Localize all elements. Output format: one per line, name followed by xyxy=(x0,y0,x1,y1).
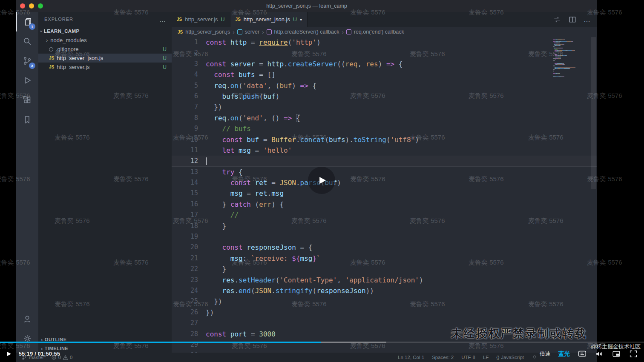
play-button[interactable] xyxy=(5,351,12,357)
breadcrumb-item-createserver-callback[interactable]: http.createServer() callback xyxy=(274,29,339,35)
center-play-button[interactable] xyxy=(308,167,335,194)
tab-bar: JS http_server.js U JS http_server_json.… xyxy=(172,12,597,27)
danmaku-toggle-icon[interactable] xyxy=(578,349,587,359)
code-line[interactable]: 2 xyxy=(172,48,597,58)
code-line[interactable]: 24 res.end(JSON.stringify(responseJson)) xyxy=(172,285,597,296)
code-line[interactable]: 22 } xyxy=(172,264,597,274)
chevron-right-icon: › xyxy=(262,29,264,35)
code-editor[interactable]: 1const http = require('http')23const ser… xyxy=(172,37,597,353)
line-number: 22 xyxy=(172,264,198,274)
symbol-variable-icon xyxy=(237,29,242,34)
account-button[interactable] xyxy=(16,309,38,329)
play-icon xyxy=(316,175,327,186)
code-lines: 1const http = require('http')23const ser… xyxy=(172,37,597,353)
explorer-activity-button[interactable]: 1 xyxy=(16,12,38,31)
tree-item-node-modules[interactable]: › node_modules xyxy=(38,36,172,45)
breadcrumb-item-file[interactable]: http_server_json.js xyxy=(185,29,230,35)
extensions-icon xyxy=(22,95,32,105)
code-line[interactable]: 10 const buf = Buffer.concat(bufs).toStr… xyxy=(172,134,597,145)
line-number: 28 xyxy=(172,329,198,339)
playback-time: 55:19 / 01:50:55 xyxy=(19,351,60,357)
more-actions-icon[interactable]: … xyxy=(584,16,590,23)
split-editor-icon[interactable] xyxy=(568,15,577,24)
code-line[interactable]: 14 const ret = JSON.parse(buf) xyxy=(172,177,597,188)
line-number: 21 xyxy=(172,253,198,264)
line-number: 2 xyxy=(172,48,198,58)
run-debug-icon xyxy=(22,75,32,86)
code-line[interactable]: 9 // bufs xyxy=(172,123,597,134)
breadcrumb-item-server[interactable]: server xyxy=(245,29,260,35)
js-file-icon: JS xyxy=(49,56,54,60)
code-line[interactable]: 19 xyxy=(172,231,597,242)
bookmark-icon xyxy=(22,114,32,125)
code-line[interactable]: 12 xyxy=(172,156,597,166)
code-line[interactable]: 3const server = http.createServer((req, … xyxy=(172,59,597,69)
code-line[interactable]: 26}) xyxy=(172,307,597,318)
js-file-icon: JS xyxy=(236,17,241,22)
line-number: 19 xyxy=(172,231,198,242)
git-status-badge: U xyxy=(293,17,297,23)
code-line[interactable]: 20 const responseJson = { xyxy=(172,242,597,253)
code-line[interactable]: 18 } xyxy=(172,221,597,231)
code-line[interactable]: 4 const bufs = [] xyxy=(172,69,597,80)
code-line[interactable]: 1const http = require('http') xyxy=(172,37,597,48)
breadcrumb-item-end-callback[interactable]: req.on('end') callback xyxy=(354,29,404,35)
line-number: 10 xyxy=(172,134,198,145)
dirty-dot-icon[interactable]: ● xyxy=(300,17,302,22)
run-debug-activity-button[interactable] xyxy=(16,71,38,90)
gitignore-file-icon xyxy=(49,47,53,51)
line-number: 1 xyxy=(172,37,198,48)
line-number: 3 xyxy=(172,59,198,69)
video-progress-bar[interactable] xyxy=(0,342,644,343)
explorer-badge: 1 xyxy=(29,23,35,30)
tree-item-gitignore[interactable]: .gitignore U xyxy=(38,45,172,54)
workspace-folder-label: LEARN_CAMP xyxy=(44,29,80,34)
code-line[interactable]: 7 }) xyxy=(172,102,597,112)
code-line[interactable]: 23 res.setHeader('Content-Type', 'applic… xyxy=(172,275,597,285)
line-number: 11 xyxy=(172,145,198,156)
compare-changes-icon[interactable] xyxy=(553,15,561,24)
code-line[interactable]: 25 }) xyxy=(172,296,597,307)
git-status-badge: U xyxy=(221,17,225,23)
code-line[interactable]: 8 req.on('end', () => { xyxy=(172,113,597,123)
titlebar: http_server_json.js — learn_camp xyxy=(16,0,597,12)
editor-scrollbar[interactable] xyxy=(591,37,596,189)
code-line[interactable]: 5 req.on('data', (buf) => { xyxy=(172,80,597,91)
git-status-badge: U xyxy=(163,64,167,70)
account-icon xyxy=(22,314,32,324)
minimap[interactable] xyxy=(553,39,578,77)
explorer-more-actions-icon[interactable]: … xyxy=(159,16,166,23)
workspace-folder-row[interactable]: › LEARN_CAMP xyxy=(38,26,172,36)
code-line[interactable]: 13 try { xyxy=(172,167,597,177)
window-title: http_server_json.js — learn_camp xyxy=(16,3,597,9)
line-number: 15 xyxy=(172,188,198,199)
tab-http-server-json[interactable]: JS http_server_json.js U ● xyxy=(230,12,308,27)
line-number: 4 xyxy=(172,69,198,80)
js-file-icon: JS xyxy=(178,30,183,34)
community-watermark: @稀土掘金技术社区 xyxy=(591,343,641,351)
quality-button[interactable]: 蓝光 xyxy=(558,350,570,358)
search-activity-button[interactable] xyxy=(16,31,38,51)
extensions-activity-button[interactable] xyxy=(16,90,38,110)
tree-item-label: node_modules xyxy=(50,37,86,43)
playback-speed-button[interactable]: 倍速 xyxy=(540,350,551,358)
tree-item-http-server[interactable]: JS http_server.js U xyxy=(38,63,172,71)
video-progress-played xyxy=(0,342,321,343)
code-line[interactable]: 16 } catch (err) { xyxy=(172,199,597,210)
code-line[interactable]: 11 let msg = 'hello' xyxy=(172,145,597,156)
line-number: 7 xyxy=(172,102,198,112)
tab-http-server[interactable]: JS http_server.js U xyxy=(172,12,230,27)
line-number: 20 xyxy=(172,242,198,253)
code-line[interactable]: 15 msg = ret.msg xyxy=(172,188,597,199)
git-status-badge: U xyxy=(163,55,167,61)
git-status-badge: U xyxy=(163,46,167,52)
source-control-activity-button[interactable]: 3 xyxy=(16,51,38,71)
bookmarks-activity-button[interactable] xyxy=(16,110,38,129)
chevron-right-icon: › xyxy=(233,29,234,35)
code-line[interactable]: 6 bufs.push(buf) xyxy=(172,91,597,102)
code-line[interactable]: 17 // xyxy=(172,210,597,220)
tree-item-label: http_server_json.js xyxy=(57,55,103,61)
tree-item-http-server-json[interactable]: JS http_server_json.js U xyxy=(38,54,172,63)
source-control-badge: 3 xyxy=(29,63,35,69)
code-line[interactable]: 21 msg: `receive: ${msg}` xyxy=(172,253,597,264)
